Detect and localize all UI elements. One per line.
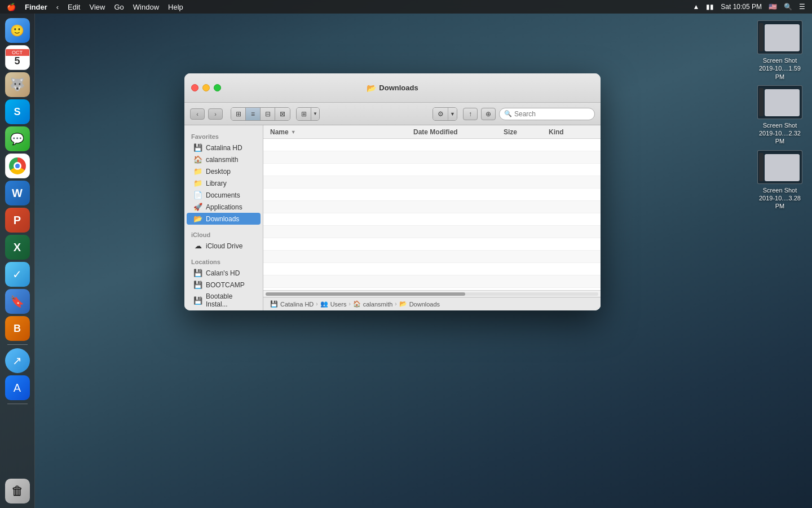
col-kind-header[interactable]: Kind [549, 128, 594, 136]
desktop-item-screenshot1[interactable]: Screen Shot 2019-10....1.59 PM [754, 20, 805, 81]
dock-blender[interactable]: B [5, 316, 30, 341]
breadcrumb-downloads[interactable]: 📂 Downloads [399, 300, 440, 308]
dock-migration[interactable]: ↗ [5, 348, 30, 373]
sidebar: Favorites 💾 Catalina HD 🏠 calansmith 📁 D… [184, 125, 263, 310]
sidebar-item-bootcamp[interactable]: 💾 BOOTCAMP [187, 279, 261, 291]
file-row-empty-12 [263, 275, 601, 288]
bootcamp-label: BOOTCAMP [206, 281, 245, 289]
notification-icon[interactable]: ☰ [799, 3, 805, 11]
dock-trash[interactable]: 🗑 [5, 479, 30, 503]
screenshot1-thumb [757, 20, 802, 54]
bootable-label: Bootable Instal... [206, 292, 256, 308]
share-button[interactable]: ↑ [463, 108, 478, 120]
window-close-button[interactable] [191, 84, 198, 91]
dock-finder[interactable]: 🙂 [5, 18, 30, 43]
search-box[interactable]: 🔍 [499, 108, 595, 120]
window-titlebar: 📂 Downloads [184, 73, 601, 103]
back-button[interactable]: ‹ [190, 108, 205, 120]
breadcrumb-catalina[interactable]: 💾 Catalina HD [270, 300, 314, 308]
window-minimize-button[interactable] [202, 84, 210, 91]
sidebar-item-desktop[interactable]: 📁 Desktop [187, 165, 261, 177]
calansmith-label: calansmith [206, 156, 238, 164]
sidebar-item-calansHD[interactable]: 💾 Calan's HD [187, 267, 261, 279]
gear-group: ⚙ ▼ [433, 107, 457, 121]
scroll-track [266, 292, 598, 296]
gear-button[interactable]: ⚙ [433, 108, 448, 120]
menu-edit[interactable]: Edit [68, 3, 80, 11]
screenshot3-thumb [757, 150, 802, 184]
dock-powerpoint[interactable]: P [5, 208, 30, 233]
menu-help[interactable]: Help [168, 3, 183, 11]
menu-window[interactable]: Window [133, 3, 159, 11]
bootcamp-icon: 💾 [193, 281, 202, 289]
breadcrumb-sep-3: › [395, 301, 396, 307]
library-icon: 📁 [193, 179, 202, 187]
menu-view[interactable]: View [89, 3, 105, 11]
dock-messages[interactable]: 💬 [5, 126, 30, 151]
sidebar-item-calansmith[interactable]: 🏠 calansmith [187, 154, 261, 165]
view-column-btn[interactable]: ⊟ [261, 108, 275, 120]
window-title: 📂 Downloads [367, 84, 418, 93]
col-name-header[interactable]: Name ▼ [270, 128, 413, 136]
desktop-item-screenshot2[interactable]: Screen Shot 2019-10....2.32 PM [754, 85, 805, 146]
sidebar-item-applications[interactable]: 🚀 Applications [187, 201, 261, 213]
gear-chevron[interactable]: ▼ [448, 108, 457, 120]
wifi-icon: ▲ [692, 3, 699, 11]
dock-wolf[interactable]: 🐺 [5, 72, 30, 97]
group-btn[interactable]: ⊞ [297, 108, 311, 120]
col-size-header[interactable]: Size [504, 128, 549, 136]
view-gallery-btn[interactable]: ⊠ [275, 108, 290, 120]
sidebar-item-bootable[interactable]: 💾 Bootable Instal... [187, 291, 261, 310]
menu-file[interactable]: ‹ [56, 3, 59, 11]
dock-excel[interactable]: X [5, 235, 30, 260]
sidebar-item-catalina[interactable]: 💾 Catalina HD [187, 142, 261, 154]
app-name[interactable]: Finder [25, 3, 47, 11]
dock-skype[interactable]: S [5, 99, 30, 124]
menu-go[interactable]: Go [114, 3, 123, 11]
search-icon: 🔍 [504, 110, 512, 117]
dock-appstore[interactable]: A [5, 375, 30, 400]
scroll-thumb [266, 292, 465, 296]
icloud-header: iCloud [184, 228, 263, 240]
apple-menu[interactable]: 🍎 [7, 3, 16, 11]
sidebar-item-documents[interactable]: 📄 Documents [187, 189, 261, 201]
dock: 🙂 OCT 5 🐺 S 💬 W P X ✓ 🔖 B ↗ A 🗑 [0, 14, 35, 508]
breadcrumb-calansmith-icon: 🏠 [353, 300, 361, 308]
dock-bookmarks[interactable]: 🔖 [5, 289, 30, 314]
dock-calendar[interactable]: OCT 5 [5, 45, 30, 70]
window-content: Favorites 💾 Catalina HD 🏠 calansmith 📁 D… [184, 125, 601, 310]
sort-arrow: ▼ [291, 129, 296, 135]
menubar-left: 🍎 Finder ‹ Edit View Go Window Help [7, 3, 183, 11]
breadcrumb-calansmith[interactable]: 🏠 calansmith [353, 300, 393, 308]
screenshot1-label: Screen Shot 2019-10....1.59 PM [754, 56, 805, 81]
search-menubar-icon[interactable]: 🔍 [784, 3, 792, 11]
view-list-btn[interactable]: ≡ [246, 108, 261, 120]
tag-button[interactable]: ⊕ [481, 108, 496, 120]
dock-checkapp[interactable]: ✓ [5, 262, 30, 287]
forward-button[interactable]: › [208, 108, 223, 120]
breadcrumb-users[interactable]: 👥 Users [320, 300, 347, 308]
dock-word[interactable]: W [5, 181, 30, 205]
view-icon-btn[interactable]: ⊞ [231, 108, 246, 120]
desktop-item-screenshot3[interactable]: Screen Shot 2019-10....3.28 PM [754, 150, 805, 211]
screenshot2-thumb [757, 85, 802, 119]
dock-chrome[interactable] [5, 154, 30, 178]
window-title-text: Downloads [379, 84, 418, 92]
view-buttons: ⊞ ≡ ⊟ ⊠ [231, 107, 290, 121]
col-date-header[interactable]: Date Modified [413, 128, 504, 136]
dock-separator-2 [7, 404, 28, 404]
desktop-icon: 📁 [193, 167, 202, 176]
downloads-label: Downloads [206, 215, 239, 223]
horizontal-scrollbar[interactable] [263, 290, 601, 297]
breadcrumb-downloads-icon: 📂 [399, 300, 407, 308]
name-col-label: Name [270, 128, 289, 136]
breadcrumb-sep-2: › [348, 301, 350, 307]
file-row-empty-11 [263, 263, 601, 275]
sidebar-item-icloud[interactable]: ☁ iCloud Drive [187, 240, 261, 252]
sidebar-item-downloads[interactable]: 📂 Downloads [187, 213, 261, 225]
traffic-lights [191, 84, 221, 91]
group-chevron[interactable]: ▼ [311, 108, 319, 120]
search-input[interactable] [514, 110, 590, 118]
window-maximize-button[interactable] [214, 84, 221, 91]
sidebar-item-library[interactable]: 📁 Library [187, 177, 261, 189]
